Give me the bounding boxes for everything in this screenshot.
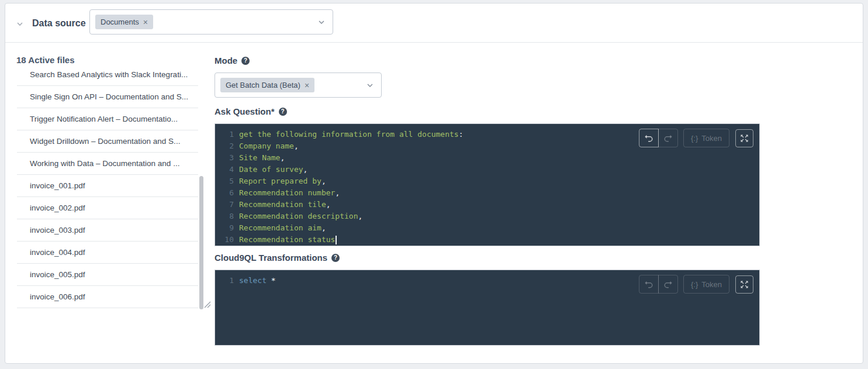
code-line: 7Recommendation tile, [215,199,759,211]
line-number: 4 [215,164,234,175]
data-source-header: Data source Documents × [5,4,863,43]
tag-remove-icon[interactable]: × [305,81,309,89]
data-source-card: Data source Documents × 18 Active files … [5,3,863,364]
editor-toolbar: {:} Token [639,129,753,147]
expand-button[interactable] [735,275,753,294]
redo-button[interactable] [658,129,678,147]
list-item[interactable]: Search Based Analytics with Slack Integr… [17,70,198,86]
undo-button[interactable] [639,129,659,147]
list-item[interactable]: Working with Data – Documentation and ..… [17,153,198,175]
list-item[interactable]: invoice_002.pdf [17,197,198,219]
list-item[interactable]: invoice_003.pdf [17,219,198,242]
tag-label: Documents [101,18,139,26]
cloud9ql-label: Cloud9QL Transformations ? [215,253,340,263]
line-number: 10 [215,234,234,246]
line-number: 9 [215,222,234,234]
active-files-title: 18 Active files [16,55,75,65]
code-line: 10Recommendation status [215,234,759,246]
data-source-title: Data source [32,18,86,29]
list-item[interactable]: invoice_005.pdf [17,264,198,286]
line-number: 6 [215,187,234,199]
expand-button[interactable] [735,129,753,147]
token-button[interactable]: {:} Token [683,275,729,294]
token-button-label: Token [701,134,722,143]
help-icon[interactable]: ? [279,108,287,116]
line-number: 2 [215,140,234,152]
code-line: 6Recommendation number, [215,187,759,199]
list-item[interactable]: Trigger Notification Alert – Documentati… [17,108,198,130]
chevron-down-icon[interactable] [366,81,374,89]
ask-question-label: Ask Question* ? [215,106,287,116]
token-button-label: Token [701,280,722,289]
line-number: 7 [215,199,234,211]
editor-toolbar: {:} Token [639,275,753,294]
tag-label: Get Batch Data (Beta) [226,81,300,89]
mode-selected-tag: Get Batch Data (Beta) × [220,78,314,92]
line-number: 8 [215,211,234,222]
mode-label: Mode ? [215,56,250,65]
chevron-down-icon[interactable] [317,18,326,26]
code-line: 4Date of survey, [215,164,759,175]
token-icon: {:} [691,280,698,289]
redo-button[interactable] [658,275,678,294]
line-number: 1 [215,129,234,140]
code-line: 3Site Name, [215,152,759,164]
code-line: 5Report prepared by, [215,175,759,187]
collapse-chevron-icon[interactable] [15,19,25,29]
line-number: 3 [215,152,234,164]
file-list-scrollbar[interactable] [199,176,203,309]
file-list: Search Based Analytics with Slack Integr… [17,70,198,309]
text-cursor [336,236,337,244]
token-button[interactable]: {:} Token [683,129,729,147]
mode-select[interactable]: Get Batch Data (Beta) × [215,73,382,98]
ask-question-editor[interactable]: {:} Token 1get the following information… [215,123,760,246]
line-number: 5 [215,175,234,187]
cloud9ql-editor[interactable]: {:} Token 1select * [215,270,760,346]
token-icon: {:} [691,134,698,143]
resize-grip[interactable] [203,300,212,309]
list-item[interactable]: Widget Drilldown – Documentation and S..… [17,130,198,153]
list-item[interactable]: invoice_001.pdf [17,175,198,197]
list-item[interactable]: Single Sign On API – Documentation and S… [17,86,198,108]
tag-remove-icon[interactable]: × [143,18,148,26]
ask-question-label-text: Ask Question* [215,106,275,116]
list-item[interactable]: invoice_004.pdf [17,242,198,264]
help-icon[interactable]: ? [331,254,340,262]
undo-button[interactable] [639,275,659,294]
help-icon[interactable]: ? [241,57,250,65]
list-item[interactable]: invoice_006.pdf [17,286,198,308]
data-source-select[interactable]: Documents × [89,9,333,35]
code-line: 9Recommendation aim, [215,222,759,234]
line-number: 1 [215,275,234,287]
data-source-selected-tag: Documents × [95,15,153,29]
code-line: 8Recommendation description, [215,211,759,222]
cloud9ql-label-text: Cloud9QL Transformations [215,253,327,263]
mode-label-text: Mode [215,56,237,65]
